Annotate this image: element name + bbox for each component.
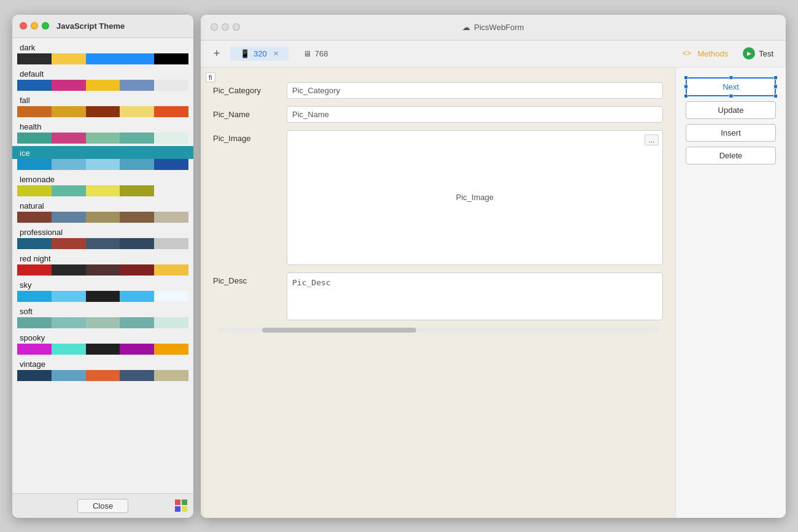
theme-item-soft[interactable]: soft — [12, 304, 193, 328]
color-swatch — [154, 159, 188, 170]
theme-item-sky[interactable]: sky — [12, 278, 193, 302]
theme-name-lemonade: lemonade — [12, 172, 193, 185]
theme-item-fall[interactable]: fall — [12, 93, 193, 117]
color-swatch — [120, 159, 154, 170]
color-swatch — [52, 80, 86, 91]
color-swatch — [17, 106, 52, 117]
color-swatch — [17, 238, 52, 249]
color-swatch — [52, 185, 86, 196]
pic-name-input[interactable] — [287, 106, 663, 123]
color-swatch — [86, 80, 120, 91]
theme-item-professional[interactable]: professional — [12, 225, 193, 249]
svg-rect-1 — [182, 499, 187, 505]
color-swatch — [120, 53, 154, 64]
color-swatch — [154, 291, 188, 302]
color-swatch — [120, 185, 154, 196]
footer-grid-icon — [175, 499, 187, 512]
pic-desc-label: Pic_Desc — [213, 272, 287, 285]
color-swatch — [120, 370, 154, 381]
theme-item-natural[interactable]: natural — [12, 199, 193, 223]
color-swatch — [17, 185, 52, 196]
right-maximize-light[interactable] — [233, 23, 240, 31]
pic-category-input[interactable] — [287, 82, 663, 99]
color-swatch — [120, 264, 154, 276]
image-browse-button[interactable]: ... — [645, 134, 659, 145]
theme-list: darkdefaultfallhealthicelemonadenaturalp… — [12, 38, 193, 493]
color-swatches-soft — [17, 317, 188, 328]
tab-768[interactable]: 🖥 768 — [293, 47, 338, 61]
test-button[interactable]: ▶ Test — [738, 45, 778, 62]
theme-item-ice[interactable]: ice — [12, 146, 193, 170]
next-button-wrapper: Next — [686, 77, 776, 96]
theme-item-default[interactable]: default — [12, 67, 193, 91]
theme-item-spooky[interactable]: spooky — [12, 331, 193, 355]
theme-name-health: health — [12, 120, 193, 133]
pic-image-field[interactable]: Pic_Image ... — [287, 130, 663, 265]
right-panel-title: ☁ PicsWebForm — [462, 23, 524, 32]
close-tab-icon[interactable]: ✕ — [273, 50, 279, 58]
color-swatch — [154, 185, 188, 196]
theme-item-dark[interactable]: dark — [12, 40, 193, 64]
color-swatch — [86, 185, 120, 196]
theme-item-lemonade[interactable]: lemonade — [12, 172, 193, 196]
cloud-icon: ☁ — [462, 23, 470, 32]
form-row-pic-image: Pic_Image Pic_Image ... — [213, 130, 663, 265]
play-icon: ▶ — [743, 47, 755, 60]
color-swatch — [154, 212, 188, 223]
color-swatches-sky — [17, 291, 188, 302]
color-swatch — [120, 344, 154, 355]
right-panel-titlebar: ☁ PicsWebForm — [201, 15, 786, 40]
desktop-icon: 🖥 — [303, 49, 311, 58]
update-button[interactable]: Update — [686, 101, 776, 119]
maximize-traffic-light[interactable] — [42, 22, 49, 29]
methods-button[interactable]: <> Methods — [678, 47, 733, 61]
theme-name-fall: fall — [12, 93, 193, 106]
pic-image-wrapper: Pic_Image ... — [287, 130, 663, 265]
color-swatch — [17, 212, 52, 223]
theme-name-dark: dark — [12, 40, 193, 53]
close-traffic-light[interactable] — [20, 22, 27, 29]
next-button[interactable]: Next — [686, 77, 776, 96]
theme-item-vintage[interactable]: vintage — [12, 357, 193, 381]
color-swatches-vintage — [17, 370, 188, 381]
theme-name-spooky: spooky — [12, 331, 193, 344]
color-swatch — [86, 264, 120, 276]
insert-button[interactable]: Insert — [686, 124, 776, 142]
color-swatch — [120, 212, 154, 223]
delete-button[interactable]: Delete — [686, 147, 776, 164]
color-swatch — [86, 53, 120, 64]
bottom-scrollbar[interactable] — [218, 328, 658, 333]
right-traffic-lights — [211, 23, 240, 31]
left-panel-title: JavaScript Theme — [56, 21, 125, 31]
tab-320[interactable]: 📱 320 ✕ — [230, 47, 289, 61]
color-swatch — [52, 370, 86, 381]
color-swatch — [52, 238, 86, 249]
right-minimize-light[interactable] — [222, 23, 229, 31]
color-swatch — [120, 238, 154, 249]
pic-desc-textarea[interactable]: Pic_Desc — [287, 272, 663, 320]
form-row-pic-desc: Pic_Desc Pic_Desc — [213, 272, 663, 320]
left-panel: JavaScript Theme darkdefaultfallhealthic… — [12, 15, 193, 518]
theme-name-professional: professional — [12, 225, 193, 238]
pic-name-label: Pic_Name — [213, 106, 287, 119]
minimize-traffic-light[interactable] — [31, 22, 38, 29]
right-close-light[interactable] — [211, 23, 218, 31]
theme-item-red-night[interactable]: red night — [12, 252, 193, 276]
methods-label: Methods — [697, 49, 728, 58]
theme-name-vintage: vintage — [12, 357, 193, 370]
color-swatch — [52, 53, 86, 64]
color-swatches-red-night — [17, 264, 188, 276]
color-swatch — [17, 133, 52, 144]
color-swatch — [52, 344, 86, 355]
color-swatch — [86, 317, 120, 328]
color-swatch — [86, 344, 120, 355]
theme-item-health[interactable]: health — [12, 120, 193, 144]
pic-image-label: Pic_Image — [213, 130, 287, 143]
close-button[interactable]: Close — [77, 499, 128, 513]
color-swatch — [52, 133, 86, 144]
add-button[interactable]: + — [208, 45, 225, 62]
color-swatch — [17, 80, 52, 91]
color-swatches-health — [17, 133, 188, 144]
color-swatches-default — [17, 80, 188, 91]
form-fields: Pic_Category Pic_Name Pic_Image Pic_Im — [213, 82, 663, 320]
